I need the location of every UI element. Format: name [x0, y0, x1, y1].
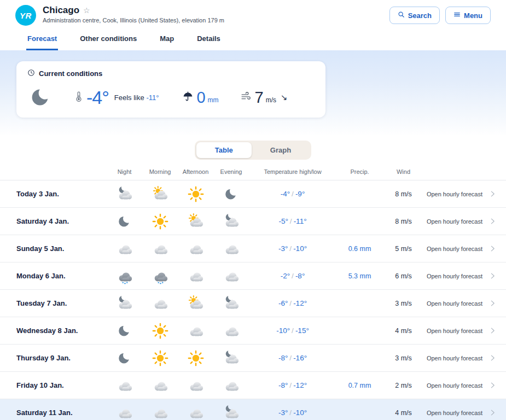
page-title: Chicago: [43, 5, 79, 16]
partlysunny-icon: [178, 295, 213, 312]
col-wind: Wind: [383, 168, 424, 175]
table-row[interactable]: Monday 6 Jan. -2°/-8°5.3 mm6 m/sOpen hou…: [0, 262, 506, 290]
cloudy-icon: [178, 405, 213, 420]
tab-forecast[interactable]: Forecast: [26, 31, 58, 50]
open-hourly-forecast-link[interactable]: Open hourly forecast: [424, 409, 496, 416]
forecast-table: Night Morning Afternoon Evening Temperat…: [0, 168, 506, 420]
toggle-graph[interactable]: Graph: [252, 142, 310, 158]
cloudy-icon: [107, 241, 142, 257]
table-row[interactable]: Tuesday 7 Jan. -6°/-12°3 m/sOpen hourly …: [0, 290, 506, 317]
clear-day-icon: [142, 323, 178, 339]
open-hourly-forecast-link[interactable]: Open hourly forecast: [424, 300, 496, 307]
temp-high: -10°: [276, 326, 290, 335]
temp-high: -8°: [278, 381, 288, 389]
forecast-table-body: Today 3 Jan. -4°/-9°8 m/sOpen hourly for…: [0, 180, 506, 420]
partlysunny-icon: [178, 213, 213, 230]
cloudy-icon: [178, 241, 213, 257]
temperature-high-low: -8°/-12°: [249, 381, 336, 389]
open-hourly-forecast-label: Open hourly forecast: [427, 382, 482, 389]
table-row[interactable]: Wednesday 8 Jan. -10°/-15°4 m/sOpen hour…: [0, 317, 506, 345]
feels-like: Feels like -11°: [114, 94, 159, 102]
search-button[interactable]: Search: [389, 7, 440, 24]
open-hourly-forecast-label: Open hourly forecast: [427, 191, 482, 197]
toggle-table[interactable]: Table: [196, 142, 252, 158]
current-wind: 7: [255, 89, 264, 107]
temperature-high-low: -10°/-15°: [249, 326, 336, 335]
clear-night-icon: [107, 323, 142, 339]
chevron-right-icon: [489, 190, 496, 197]
wind-value: 6 m/s: [383, 272, 424, 280]
temp-high: -4°: [281, 190, 290, 198]
col-morning: Morning: [142, 168, 178, 175]
cloudy-icon: [142, 295, 178, 312]
temp-high: -3°: [278, 244, 288, 253]
temperature-high-low: -2°/-8°: [249, 272, 336, 280]
cloudy-icon: [178, 323, 213, 339]
partlycloudy-night-icon: [213, 295, 249, 312]
clear-day-icon: [142, 213, 178, 230]
open-hourly-forecast-link[interactable]: Open hourly forecast: [424, 272, 496, 279]
cloudy-icon: [142, 241, 178, 257]
wind-icon: [241, 91, 252, 104]
temp-low: -10°: [293, 244, 307, 253]
temperature-high-low: -6°/-12°: [249, 299, 336, 307]
col-night: Night: [107, 168, 142, 175]
chevron-right-icon: [489, 300, 496, 307]
search-icon: [398, 11, 405, 20]
chevron-right-icon: [489, 218, 496, 225]
open-hourly-forecast-link[interactable]: Open hourly forecast: [424, 354, 496, 361]
wind-value: 4 m/s: [383, 409, 424, 417]
sleet-icon: [107, 268, 142, 284]
table-row[interactable]: Friday 10 Jan. -8°/-12°0.7 mm2 m/sOpen h…: [0, 372, 506, 399]
clear-day-icon: [178, 350, 213, 366]
tab-details[interactable]: Details: [196, 31, 222, 50]
current-weather-icon: [30, 86, 53, 109]
tab-map[interactable]: Map: [159, 31, 175, 50]
partlycloudy-night-icon: [213, 213, 249, 230]
tab-other-conditions[interactable]: Other conditions: [79, 31, 138, 50]
partlysunny-icon: [142, 186, 178, 202]
temp-low: -15°: [295, 326, 309, 335]
open-hourly-forecast-link[interactable]: Open hourly forecast: [424, 327, 496, 334]
wind-value: 2 m/s: [383, 382, 424, 389]
cloudy-icon: [107, 405, 142, 420]
col-precip: Precip.: [336, 168, 383, 175]
clear-day-icon: [142, 350, 178, 366]
yr-logo[interactable]: YR: [15, 5, 36, 26]
table-row[interactable]: Saturday 4 Jan. -5°/-11°8 m/sOpen hourly…: [0, 208, 506, 235]
table-row[interactable]: Saturday 11 Jan. -3°/-10°4 m/sOpen hourl…: [0, 399, 506, 420]
menu-button[interactable]: Menu: [445, 7, 491, 24]
chevron-right-icon: [489, 327, 496, 334]
cloudy-icon: [142, 377, 178, 394]
temp-low: -12°: [293, 299, 307, 307]
favorite-star-icon[interactable]: ☆: [83, 6, 90, 15]
open-hourly-forecast-link[interactable]: Open hourly forecast: [424, 190, 496, 197]
temp-high: -6°: [278, 299, 288, 307]
precipitation-value: 0.7 mm: [336, 382, 383, 389]
sleet-icon: [142, 268, 178, 284]
chevron-right-icon: [489, 382, 496, 389]
open-hourly-forecast-link[interactable]: Open hourly forecast: [424, 245, 496, 252]
open-hourly-forecast-link[interactable]: Open hourly forecast: [424, 218, 496, 225]
table-row[interactable]: Sunday 5 Jan. -3°/-10°0.6 mm5 m/sOpen ho…: [0, 235, 506, 262]
day-label: Thursday 9 Jan.: [16, 354, 107, 362]
cloudy-icon: [213, 323, 249, 339]
temp-high: -2°: [281, 272, 290, 280]
cloudy-icon: [142, 405, 178, 420]
temp-separator: /: [289, 244, 292, 253]
main-nav-tabs: ForecastOther conditionsMapDetails: [0, 28, 506, 50]
temp-low: -10°: [293, 409, 307, 417]
feels-like-value: -11°: [146, 94, 159, 102]
day-label: Wednesday 8 Jan.: [16, 326, 107, 335]
temp-separator: /: [289, 299, 292, 307]
precipitation-value: 0.6 mm: [336, 245, 383, 253]
open-hourly-forecast-link[interactable]: Open hourly forecast: [424, 382, 496, 389]
partlycloudy-night-icon: [107, 295, 142, 312]
hero-band: Current conditions -4° Feels like -11° 0…: [0, 50, 506, 136]
current-conditions-card: Current conditions -4° Feels like -11° 0…: [16, 61, 325, 118]
day-label: Today 3 Jan.: [16, 190, 107, 198]
table-row[interactable]: Today 3 Jan. -4°/-9°8 m/sOpen hourly for…: [0, 180, 506, 208]
precipitation-unit: mm: [208, 96, 219, 104]
temp-low: -11°: [294, 217, 307, 225]
table-row[interactable]: Thursday 9 Jan. -8°/-16°3 m/sOpen hourly…: [0, 345, 506, 372]
